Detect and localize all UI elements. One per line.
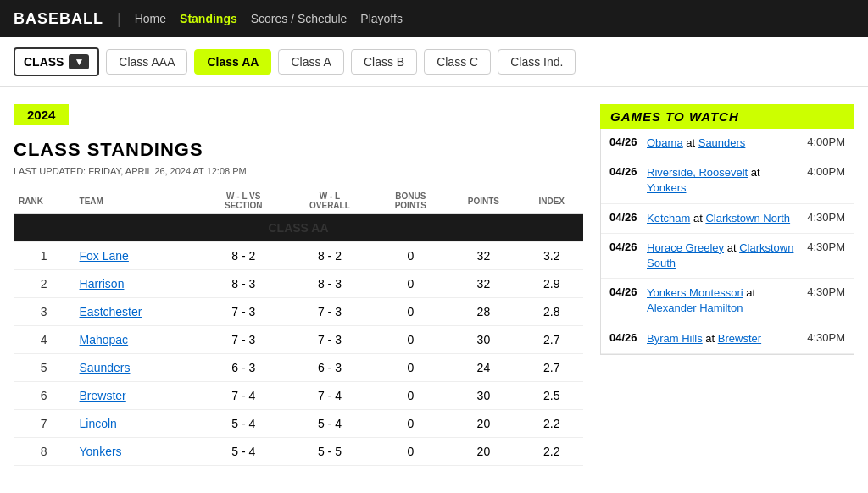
main-content: 2024 CLASS STANDINGS LAST UPDATED: FRIDA… [0,87,868,483]
bonus-cell: 0 [374,410,447,438]
col-wl-section: W - L VSSECTION [202,188,286,214]
col-rank: RANK [14,188,75,214]
wl-overall-cell: 6 - 3 [286,354,375,382]
table-row: 8 Yonkers 5 - 4 5 - 5 0 20 2.2 [14,438,583,466]
home-team-link[interactable]: Riverside, Roosevelt [647,166,748,179]
home-team-link[interactable]: Byram Hills [647,332,703,345]
class-dropdown[interactable]: CLASS ▼ [14,47,99,76]
wl-overall-cell: 5 - 4 [286,410,375,438]
team-link[interactable]: Eastchester [80,305,142,319]
bonus-cell: 0 [374,326,447,354]
game-description: Yonkers Montessori at Alexander Hamilton [647,285,800,316]
bonus-cell: 0 [374,242,447,270]
game-description: Byram Hills at Brewster [647,331,800,346]
team-cell[interactable]: Lincoln [75,410,202,438]
team-cell[interactable]: Fox Lane [75,242,202,270]
index-cell: 2.2 [520,438,583,466]
game-item: 04/26 Byram Hills at Brewster 4:30PM [601,324,854,354]
team-link[interactable]: Lincoln [80,417,117,430]
bonus-cell: 0 [374,270,447,298]
home-team-link[interactable]: Obama [647,136,683,149]
wl-overall-cell: 7 - 4 [286,382,375,410]
game-date: 04/26 [609,285,640,298]
nav-scores-schedule[interactable]: Scores / Schedule [251,12,348,25]
team-cell[interactable]: Brewster [75,382,202,410]
game-time: 4:00PM [807,136,845,148]
filter-bar: CLASS ▼ Class AAA Class AA Class A Class… [0,37,868,87]
game-time: 4:30PM [807,211,845,224]
col-team: TEAM [75,188,202,214]
table-row: 7 Lincoln 5 - 4 5 - 4 0 20 2.2 [14,410,583,438]
class-aa-button[interactable]: Class AA [194,49,271,75]
game-date: 04/26 [609,241,640,253]
bonus-cell: 0 [374,298,447,326]
game-item: 04/26 Riverside, Roosevelt at Yonkers 4:… [601,158,854,203]
home-team-link[interactable]: Yonkers Montessori [647,286,743,299]
class-dropdown-label: CLASS [24,55,64,69]
wl-overall-cell: 7 - 3 [286,326,375,354]
class-header-row: CLASS AA [14,214,583,242]
rank-cell: 1 [14,242,75,270]
wl-overall-cell: 5 - 5 [286,438,375,466]
away-team-link[interactable]: Clarkstown North [705,212,790,224]
wl-section-cell: 7 - 3 [202,298,286,326]
col-bonus: BONUSPOINTS [374,188,447,214]
index-cell: 3.2 [520,242,583,270]
index-cell: 2.7 [520,354,583,382]
col-index: INDEX [520,188,583,214]
rank-cell: 3 [14,298,75,326]
game-time: 4:30PM [807,241,845,253]
games-to-watch-title: GAMES TO WATCH [600,104,854,129]
header: BASEBALL | Home Standings Scores / Sched… [0,0,868,37]
team-link[interactable]: Brewster [80,389,126,402]
team-link[interactable]: Yonkers [80,445,122,458]
team-cell[interactable]: Eastchester [75,298,202,326]
class-b-button[interactable]: Class B [351,49,417,75]
class-a-button[interactable]: Class A [278,49,343,75]
class-ind-button[interactable]: Class Ind. [498,49,576,75]
game-item: 04/26 Yonkers Montessori at Alexander Ha… [601,279,854,324]
wl-overall-cell: 8 - 3 [286,270,375,298]
table-row: 2 Harrison 8 - 3 8 - 3 0 32 2.9 [14,270,583,298]
game-description: Riverside, Roosevelt at Yonkers [647,165,800,196]
away-team-link[interactable]: Alexander Hamilton [647,302,743,314]
game-item: 04/26 Ketcham at Clarkstown North 4:30PM [601,204,854,234]
team-link[interactable]: Mahopac [80,333,129,346]
wl-section-cell: 8 - 3 [202,270,286,298]
nav-playoffs[interactable]: Playoffs [360,12,403,25]
game-item: 04/26 Horace Greeley at Clarkstown South… [601,234,854,279]
points-cell: 28 [447,298,520,326]
header-divider: | [117,10,121,28]
away-team-link[interactable]: Saunders [698,136,746,149]
col-points: POINTS [447,188,520,214]
game-description: Obama at Saunders [647,136,800,151]
home-team-link[interactable]: Horace Greeley [647,241,724,254]
home-team-link[interactable]: Ketcham [647,212,690,224]
points-cell: 32 [447,242,520,270]
game-time: 4:30PM [807,331,845,344]
nav-home[interactable]: Home [135,12,166,25]
team-cell[interactable]: Yonkers [75,438,202,466]
team-link[interactable]: Saunders [80,361,131,374]
game-item: 04/26 Obama at Saunders 4:00PM [601,129,854,158]
site-logo: BASEBALL [14,10,103,28]
class-c-button[interactable]: Class C [424,49,491,75]
rank-cell: 4 [14,326,75,354]
index-cell: 2.5 [520,382,583,410]
game-date: 04/26 [609,211,640,224]
game-date: 04/26 [609,331,640,344]
team-link[interactable]: Fox Lane [80,249,129,263]
nav-standings[interactable]: Standings [180,12,237,25]
team-cell[interactable]: Harrison [75,270,202,298]
team-cell[interactable]: Mahopac [75,326,202,354]
main-nav: Home Standings Scores / Schedule Playoff… [135,12,403,25]
away-team-link[interactable]: Yonkers [647,181,687,194]
chevron-down-icon: ▼ [69,54,89,69]
team-link[interactable]: Harrison [80,277,125,291]
standings-table: RANK TEAM W - L VSSECTION W - LOVERALL B… [14,188,583,466]
away-team-link[interactable]: Brewster [718,332,761,345]
team-cell[interactable]: Saunders [75,354,202,382]
table-row: 1 Fox Lane 8 - 2 8 - 2 0 32 3.2 [14,242,583,270]
wl-section-cell: 8 - 2 [202,242,286,270]
class-aaa-button[interactable]: Class AAA [106,49,187,75]
